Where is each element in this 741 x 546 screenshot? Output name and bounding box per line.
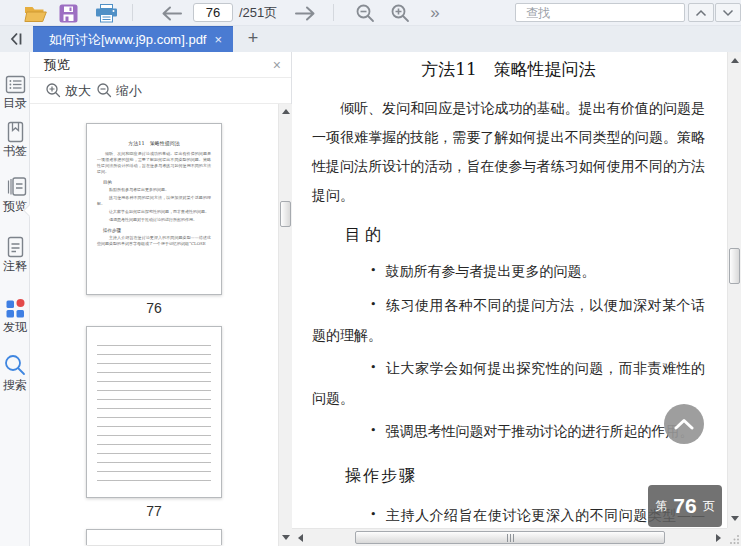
bullet-dot: • xyxy=(370,424,377,437)
new-tab-button[interactable]: + xyxy=(240,26,266,52)
annotation-icon xyxy=(5,236,26,258)
open-folder-icon xyxy=(23,4,48,23)
sidebar-item-discover[interactable]: 发现 xyxy=(0,298,30,334)
chevron-left-bar-icon xyxy=(8,31,24,47)
thumbnail-page-label: 76 xyxy=(146,300,162,316)
preview-panel-title: 预览 xyxy=(44,56,273,74)
search-icon xyxy=(3,353,27,377)
forward-arrow-icon xyxy=(294,6,317,21)
tab-bar: 如何讨论[www.j9p.com].pdf × + xyxy=(0,26,741,52)
bullet-text: 鼓励所有参与者提出更多的问题。 xyxy=(386,263,596,279)
save-button[interactable] xyxy=(58,0,78,26)
scroll-right-icon[interactable] xyxy=(716,534,721,542)
print-icon xyxy=(95,4,118,23)
mini-doc-title: 方法11 策略性提问法 xyxy=(97,140,211,146)
sidebar-label: 发现 xyxy=(2,321,28,334)
find-next-button[interactable] xyxy=(715,3,741,22)
find-input[interactable] xyxy=(526,6,681,20)
print-button[interactable] xyxy=(94,0,118,26)
sidebar-item-annotations[interactable]: 注释 xyxy=(0,236,30,273)
zoom-out-icon xyxy=(356,4,375,23)
preview-scrollbar[interactable] xyxy=(278,104,292,546)
vertical-scrollbar-thumb[interactable] xyxy=(729,248,740,284)
mini-doc-line: 让大家学会如何提出探究性的问题，而非责难性的问题。 xyxy=(97,209,211,215)
thumbnail-zoom-out-button[interactable]: 缩小 xyxy=(97,82,142,100)
scroll-down-icon[interactable] xyxy=(731,516,739,521)
doc-bullet: •强调思考性问题对于推动讨论的进行所起的作用。 xyxy=(312,417,705,447)
page-number-input[interactable] xyxy=(193,3,233,22)
zoom-in-icon xyxy=(46,83,61,98)
resize-grip-icon xyxy=(730,534,740,544)
zoom-out-icon xyxy=(97,83,112,98)
mini-doc-line: 鼓励所有参与者提出更多的问题。 xyxy=(97,187,211,193)
thumbnail-list: 方法11 策略性提问法 倾听、发问和回应是讨论成功的基础。提出有价值的问题是一项… xyxy=(30,104,278,546)
document-viewport[interactable]: 方法11 策略性提问法 倾听、发问和回应是讨论成功的基础。提出有价值的问题是一项… xyxy=(292,52,727,528)
tab-close-icon[interactable]: × xyxy=(211,32,225,47)
tab-title: 如何讨论[www.j9p.com].pdf xyxy=(49,31,211,49)
preview-scrollbar-thumb[interactable] xyxy=(280,201,291,227)
sidebar-label: 注释 xyxy=(2,260,28,273)
scroll-left-icon[interactable] xyxy=(298,534,303,542)
thumbnail-zoom-in-button[interactable]: 放大 xyxy=(46,82,91,100)
page-indicator-badge: 第 76 页 xyxy=(648,485,722,527)
page-total-label: /251页 xyxy=(239,0,277,26)
bullet-dot: • xyxy=(370,298,377,311)
horizontal-scrollbar-thumb[interactable] xyxy=(355,531,665,544)
thumbnail-page-77[interactable] xyxy=(86,326,222,498)
doc-bullet: •主持人介绍旨在使讨论更深入的不同问题类型——描述这些问题类型的单词首字母组成了… xyxy=(312,501,705,528)
doc-title: 方法11 策略性提问法 xyxy=(312,58,705,81)
find-box xyxy=(515,3,685,22)
scroll-up-icon[interactable] xyxy=(282,109,290,114)
preview-toolbar: 放大 缩小 xyxy=(30,78,291,104)
next-page-button[interactable] xyxy=(292,0,318,26)
preview-icon xyxy=(4,175,27,198)
discover-icon xyxy=(5,298,26,319)
sidebar-rail: 目录 书签 预览 注释 发现 xyxy=(0,52,30,546)
document-horizontal-scrollbar[interactable] xyxy=(292,528,727,546)
mini-doc-heading: 操作步骤 xyxy=(103,228,211,233)
scroll-down-icon[interactable] xyxy=(282,535,290,540)
previous-page-button[interactable] xyxy=(158,0,184,26)
open-file-button[interactable] xyxy=(22,0,48,26)
back-to-top-button[interactable] xyxy=(664,404,704,444)
badge-prefix: 第 xyxy=(655,498,667,515)
bullet-dot: • xyxy=(370,508,377,521)
thumbnail-text-lines xyxy=(97,341,211,483)
zoom-in-button[interactable] xyxy=(389,0,411,26)
thumbnail-page-78[interactable] xyxy=(86,529,222,545)
preview-panel-header: 预览 × xyxy=(30,52,291,78)
thumbnail-page-label: 77 xyxy=(146,503,162,519)
thumbnail-page-76[interactable]: 方法11 策略性提问法 倾听、发问和回应是讨论成功的基础。提出有价值的问题是一项… xyxy=(86,123,222,295)
document-vertical-scrollbar[interactable] xyxy=(727,52,741,528)
doc-bullet-list: •鼓励所有参与者提出更多的问题。 •练习使用各种不同的提问方法，以便加深对某个话… xyxy=(312,257,705,447)
sidebar-item-toc[interactable]: 目录 xyxy=(0,74,30,110)
toolbar-separator xyxy=(333,4,334,21)
sidebar-label: 目录 xyxy=(2,97,28,110)
sidebar-item-bookmarks[interactable]: 书签 xyxy=(0,121,30,158)
preview-close-icon[interactable]: × xyxy=(273,57,281,73)
tab-document[interactable]: 如何讨论[www.j9p.com].pdf × xyxy=(33,26,233,52)
sidebar-item-search[interactable]: 搜索 xyxy=(0,353,30,392)
scroll-up-icon[interactable] xyxy=(731,58,739,63)
pdf-page: 方法11 策略性提问法 倾听、发问和回应是讨论成功的基础。提出有价值的问题是一项… xyxy=(292,58,727,528)
sidebar-label: 书签 xyxy=(2,145,28,158)
mini-doc-line: 强调思考性问题对于推动讨论的进行所起的作用。 xyxy=(97,217,211,223)
doc-bullet-list: •主持人介绍旨在使讨论更深入的不同问题类型——描述这些问题类型的单词首字母组成了… xyxy=(312,501,705,528)
zoom-out-button[interactable] xyxy=(354,0,376,26)
doc-heading-purpose: 目的 xyxy=(345,225,705,246)
doc-bullet: •鼓励所有参与者提出更多的问题。 xyxy=(312,257,705,287)
zoom-in-label: 放大 xyxy=(65,82,91,100)
chevron-up-icon xyxy=(674,418,694,430)
mini-doc-heading: 目的 xyxy=(103,180,211,185)
collapse-tabs-button[interactable] xyxy=(4,26,28,52)
more-tools-button[interactable]: » xyxy=(424,0,444,26)
find-previous-button[interactable] xyxy=(688,3,714,22)
doc-bullet: •练习使用各种不同的提问方法，以便加深对某个话题的理解。 xyxy=(312,291,705,350)
zoom-in-icon xyxy=(391,4,410,23)
mini-doc-intro: 倾听、发问和回应是讨论成功的基础。提出有价值的问题是一项很难掌握的技能，需要了解… xyxy=(97,151,211,175)
doc-paragraph: 倾听、发问和回应是讨论成功的基础。提出有价值的问题是一项很难掌握的技能，需要了解… xyxy=(312,94,705,210)
doc-bullet: •让大家学会如何提出探究性的问题，而非责难性的问题。 xyxy=(312,354,705,413)
bullet-dot: • xyxy=(370,361,377,374)
toolbar-separator xyxy=(132,4,133,21)
preview-panel: 预览 × 放大 缩小 方法11 策略性提问法 倾听、发问和回应是讨论成功的基础。… xyxy=(30,52,292,546)
